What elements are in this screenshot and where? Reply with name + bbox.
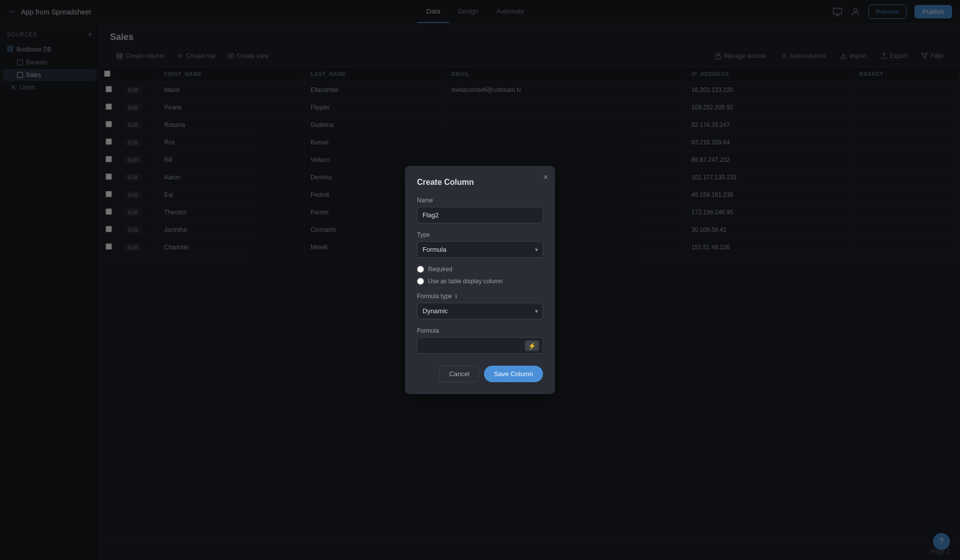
modal-title: Create Column — [417, 178, 543, 187]
modal-close-button[interactable]: × — [544, 173, 548, 182]
type-select[interactable]: Formula Text Number Date Boolean — [417, 241, 543, 258]
save-column-button[interactable]: Save Column — [484, 366, 543, 382]
formula-group: Formula ⚡ — [417, 327, 543, 354]
formula-type-label: Formula type — [417, 293, 452, 300]
display-column-label: Use as table display column — [428, 278, 502, 285]
modal-overlay: × Create Column Name Type Formula Text N… — [0, 0, 960, 560]
required-radio-item[interactable]: Required — [417, 266, 543, 273]
required-radio[interactable] — [417, 266, 424, 273]
name-input[interactable] — [417, 207, 543, 223]
formula-type-info-icon[interactable]: ℹ — [455, 293, 458, 300]
formula-input[interactable] — [417, 337, 543, 354]
cancel-button[interactable]: Cancel — [440, 366, 478, 382]
required-label: Required — [428, 266, 452, 273]
formula-lightning-button[interactable]: ⚡ — [525, 340, 539, 351]
type-select-wrap: Formula Text Number Date Boolean ▾ — [417, 241, 543, 258]
display-column-radio-item[interactable]: Use as table display column — [417, 278, 543, 285]
create-column-modal: × Create Column Name Type Formula Text N… — [405, 166, 555, 394]
formula-type-select-wrap: Dynamic Static ▾ — [417, 303, 543, 319]
options-group: Required Use as table display column — [417, 266, 543, 285]
formula-type-label-row: Formula type ℹ — [417, 293, 543, 300]
display-column-radio[interactable] — [417, 278, 424, 285]
type-field-group: Type Formula Text Number Date Boolean ▾ — [417, 231, 543, 258]
name-label: Name — [417, 197, 543, 204]
formula-input-wrap: ⚡ — [417, 337, 543, 354]
formula-type-select[interactable]: Dynamic Static — [417, 303, 543, 319]
formula-type-group: Formula type ℹ Dynamic Static ▾ — [417, 293, 543, 319]
name-field-group: Name — [417, 197, 543, 223]
modal-footer: Cancel Save Column — [417, 366, 543, 382]
type-label: Type — [417, 231, 543, 238]
formula-label: Formula — [417, 327, 543, 334]
